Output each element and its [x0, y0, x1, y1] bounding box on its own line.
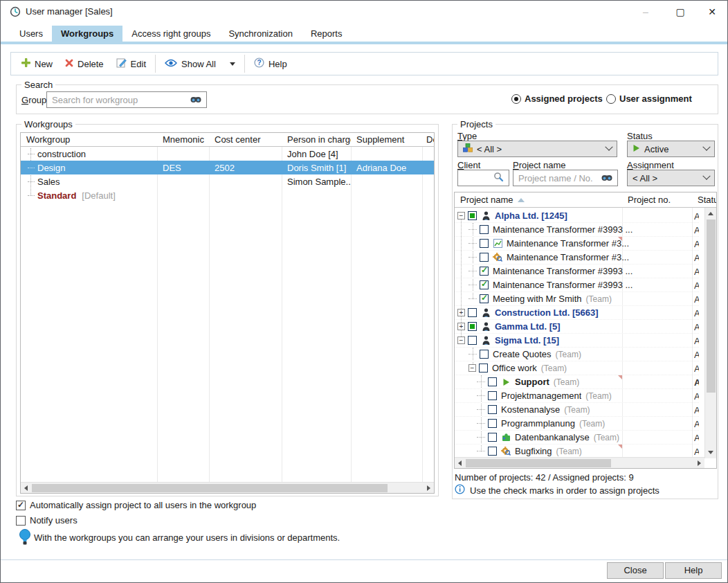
checkbox-unchecked[interactable] [488, 433, 497, 442]
checkbox-partial[interactable] [468, 211, 477, 220]
assigned-projects-radio[interactable]: Assigned projects [511, 93, 603, 104]
note-marker [618, 237, 622, 241]
scroll-left-icon[interactable] [458, 460, 462, 466]
maximize-button[interactable]: ▢ [671, 5, 690, 19]
tree-row-project[interactable]: Maintenance Transformer #3...Active [455, 237, 699, 251]
col-person-in-charge[interactable]: Person in charge [282, 133, 351, 146]
tree-row-project[interactable]: Kostenanalyse(Team)Active [455, 403, 699, 417]
col-project-no[interactable]: Project no. [622, 195, 692, 205]
tree-row-project[interactable]: Maintenance Transformer #3993 ...Active [455, 223, 699, 237]
checkbox-unchecked[interactable] [468, 308, 477, 317]
workgroups-hscrollbar[interactable] [21, 482, 434, 493]
active-play-icon [633, 144, 640, 154]
workgroup-search-input[interactable]: Search for workgroup [46, 91, 207, 108]
tree-row-client[interactable]: +Gamma Ltd. [5]Active [455, 320, 699, 334]
expand-icon[interactable]: + [457, 323, 465, 330]
tree-row-project[interactable]: Projektmanagement(Team)Active [455, 389, 699, 403]
col-supplement[interactable]: Supplement [351, 133, 422, 146]
status-combobox[interactable]: Active [627, 141, 715, 157]
col-description[interactable]: Description [422, 133, 434, 146]
checkbox-unchecked[interactable] [488, 377, 497, 386]
project-name-input[interactable]: Project name / No. [513, 170, 618, 186]
show-all-dropdown-button[interactable] [222, 54, 242, 73]
col-status[interactable]: Status [692, 195, 716, 205]
scrollbar-thumb[interactable] [707, 219, 716, 393]
close-button[interactable]: Close [607, 562, 664, 579]
expand-icon[interactable]: + [457, 309, 465, 316]
tree-row-project[interactable]: Meeting with Mr Smith(Team)Active [455, 292, 699, 306]
checkbox-unchecked[interactable] [480, 350, 489, 359]
checkbox-checked[interactable] [480, 294, 489, 303]
user-assignment-radio[interactable]: User assignment [606, 93, 692, 104]
scroll-right-icon[interactable] [427, 485, 430, 491]
workgroup-row-sales[interactable]: Sales Simon Sample... [21, 174, 434, 188]
col-project-name[interactable]: Project name [455, 195, 622, 205]
checkbox-unchecked[interactable] [480, 225, 489, 234]
client-search-input[interactable] [457, 170, 509, 186]
type-combobox[interactable]: < All > [457, 141, 617, 157]
tree-row-project[interactable]: Datenbankanalyse(Team)Active [455, 431, 699, 445]
tab-users[interactable]: Users [10, 26, 52, 44]
collapse-icon[interactable]: − [457, 212, 465, 219]
tab-synchronization[interactable]: Synchronization [219, 26, 302, 44]
checkbox-unchecked[interactable] [468, 336, 477, 345]
tree-row-client[interactable]: −Sigma Ltd. [15]Active [455, 334, 699, 348]
tree-row-project[interactable]: Programmplanung(Team)Active [455, 417, 699, 431]
checkbox-unchecked[interactable] [488, 405, 497, 414]
magnifier-icon [493, 172, 504, 184]
scroll-up-icon[interactable] [708, 212, 713, 215]
scroll-down-icon[interactable] [708, 451, 713, 454]
tree-row-project[interactable]: Maintenance Transformer #3...Active [455, 251, 699, 264]
workgroup-row-design-selected[interactable]: Design DES 2502 Doris Smith [1] Adriana … [21, 161, 434, 174]
tab-reports[interactable]: Reports [302, 26, 352, 44]
checkbox-unchecked[interactable] [479, 364, 488, 373]
checkbox-unchecked[interactable] [488, 419, 497, 428]
scrollbar-thumb[interactable] [32, 484, 388, 492]
tree-header: Project name Project no. Status [455, 192, 716, 208]
search-legend: Search [21, 80, 55, 90]
help-button[interactable]: Help [665, 562, 722, 579]
col-mnemonic[interactable]: Mnemonic [157, 133, 209, 146]
checkbox-unchecked[interactable] [488, 391, 497, 400]
checkbox-checked[interactable] [480, 267, 489, 276]
tree-row-client[interactable]: +Construction Ltd. [5663]Active [455, 306, 699, 320]
scroll-right-icon[interactable] [698, 460, 701, 466]
tab-access-right-groups[interactable]: Access right groups [122, 26, 219, 44]
title-bar: User manager [Sales] – ▢ ✕ [1, 1, 727, 23]
checkbox-unchecked[interactable] [480, 253, 489, 262]
tree-row-project[interactable]: −Office work(Team)Active [455, 361, 699, 375]
auto-assign-checkbox[interactable]: Automatically assign project to all user… [16, 500, 256, 510]
tree-vscrollbar[interactable] [704, 208, 716, 458]
tree-row-project[interactable]: Maintenance Transformer #3993 ...Active [455, 278, 699, 292]
assignment-combobox[interactable]: < All > [627, 170, 715, 186]
show-all-button[interactable]: Show All [158, 54, 222, 73]
tab-workgroups[interactable]: Workgroups [52, 26, 122, 44]
edit-button[interactable]: Edit [110, 54, 152, 73]
new-button[interactable]: New [15, 54, 59, 73]
tree-row-project[interactable]: Bugfixing(Team)Active [455, 445, 699, 458]
collapse-icon[interactable]: − [457, 337, 465, 344]
notify-users-checkbox[interactable]: Notify users [16, 515, 78, 526]
delete-button[interactable]: Delete [59, 54, 110, 73]
delete-x-icon [65, 59, 73, 69]
tree-hscrollbar[interactable] [455, 457, 704, 468]
checkbox-unchecked[interactable] [480, 239, 489, 248]
checkbox-checked[interactable] [480, 280, 489, 289]
projects-legend: Projects [457, 119, 495, 129]
tree-row-project[interactable]: Maintenance Transformer #3993 ...Active [455, 264, 699, 278]
scrollbar-thumb[interactable] [466, 459, 611, 467]
tree-row-project[interactable]: Support(Team)Active [455, 375, 699, 389]
minimize-button[interactable]: – [636, 5, 655, 19]
checkbox-partial[interactable] [468, 322, 477, 331]
help-toolbar-button[interactable]: ? Help [248, 54, 293, 73]
workgroup-row-construction[interactable]: construction John Doe [4] [21, 147, 434, 161]
scroll-left-icon[interactable] [24, 485, 28, 491]
tree-row-project[interactable]: Create Quotes(Team)Active [455, 348, 699, 361]
checkbox-unchecked[interactable] [488, 447, 497, 456]
tree-row-client[interactable]: −Alpha Ltd. [1245]Active [455, 209, 699, 223]
collapse-icon[interactable]: − [468, 364, 476, 372]
close-window-button[interactable]: ✕ [702, 5, 722, 19]
workgroup-row-standard[interactable]: Standard[Default] [21, 188, 434, 202]
col-workgroup[interactable]: Workgroup [21, 133, 157, 146]
col-cost-center[interactable]: Cost center [209, 133, 282, 146]
